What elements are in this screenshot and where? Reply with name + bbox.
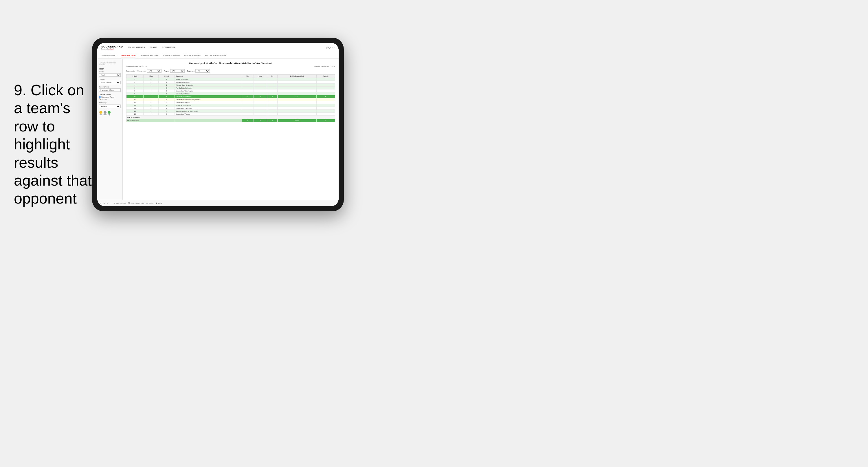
- cell-reg: -: [143, 113, 158, 116]
- cell-diff: [277, 78, 316, 81]
- toolbar-undo[interactable]: ↩: [99, 202, 101, 204]
- cell-win: [242, 84, 254, 87]
- sidebar-school-value[interactable]: 4 - University of Nort...: [99, 88, 121, 92]
- legend-down: Down: [99, 111, 102, 116]
- ncaa-division-row[interactable]: NCAA Division II 1 0 0 26.00 3: [126, 119, 335, 122]
- cell-opponent: University of Virginia: [175, 101, 242, 104]
- tab-player-h2h-grid[interactable]: PLAYER H2H GRID: [184, 53, 201, 58]
- cell-rounds: [316, 104, 335, 107]
- cell-rank: 11: [126, 95, 144, 98]
- cell-rank: 3: [126, 81, 144, 84]
- col-rounds: Rounds: [316, 75, 335, 78]
- cell-win: [242, 101, 254, 104]
- cell-reg: -: [143, 101, 158, 104]
- table-row[interactable]: 2 - 1 Auburn University: [126, 78, 335, 81]
- legend-level: Level: [104, 111, 107, 116]
- ncaa-label: NCAA Division II: [126, 119, 175, 122]
- cell-rounds: [316, 78, 335, 81]
- cell-diff: [277, 87, 316, 89]
- cell-win: [242, 81, 254, 84]
- cell-tie: [267, 110, 278, 113]
- table-row[interactable]: 11 - 5 University of Alabama 3 0 0 2.61 …: [126, 95, 335, 98]
- cell-rounds: [316, 87, 335, 89]
- cell-tie: [267, 89, 278, 92]
- cell-loss: [253, 78, 267, 81]
- col-rank: # Rank: [126, 75, 144, 78]
- cell-loss: [253, 92, 267, 95]
- nav-item-tournaments[interactable]: TOURNAMENTS: [128, 46, 145, 49]
- toolbar-watch[interactable]: 👓 Watch: [146, 202, 153, 204]
- h2h-table: # Rank # Reg # Conf Opponent Win Loss Ti…: [126, 75, 335, 122]
- grid-records: Overall Record: 89 - 17 - 0 Division Rec…: [126, 66, 335, 67]
- nav-item-teams[interactable]: TEAMS: [150, 46, 157, 49]
- radio-opponents-played[interactable]: Opponents Played: [99, 96, 121, 98]
- table-header-row: # Rank # Reg # Conf Opponent Win Loss Ti…: [126, 75, 335, 78]
- cell-conf: 5: [158, 95, 175, 98]
- sidebar-team-label: Team: [99, 68, 121, 70]
- cell-reg: -: [143, 92, 158, 95]
- table-row[interactable]: 9 - 3 University of Arizona: [126, 92, 335, 95]
- opponent-label: Opponent: [187, 70, 194, 72]
- sign-out-link[interactable]: | Sign out: [326, 46, 335, 48]
- cell-rank: 16: [126, 113, 144, 116]
- colour-by-select[interactable]: Win/loss: [99, 105, 121, 108]
- table-row[interactable]: 16 - 3 University of Florida: [126, 113, 335, 116]
- legend-level-dot: [104, 111, 106, 114]
- cell-loss: 0: [253, 95, 267, 98]
- table-row[interactable]: 11 - 6 University of Arkansas, Fayettevi…: [126, 98, 335, 101]
- toolbar-back[interactable]: ↺: [107, 202, 108, 204]
- radio-top100[interactable]: Top 100: [99, 98, 121, 100]
- opponent-select[interactable]: (All): [195, 69, 210, 73]
- table-row[interactable]: 4 - 1 Arizona State University: [126, 84, 335, 87]
- cell-rank: 15: [126, 110, 144, 113]
- col-reg: # Reg: [143, 75, 158, 78]
- cell-rounds: [316, 110, 335, 113]
- division-record: Division Record: 88 - 17 - 0: [314, 66, 335, 67]
- grid-content: University of North Carolina Head-to-Hea…: [123, 59, 339, 200]
- opponent-filter: Opponent (All): [187, 69, 210, 73]
- tab-team-h2h-heatmap[interactable]: TEAM H2H HEATMAP: [140, 53, 159, 58]
- table-row[interactable]: 13 - 1 Texas Tech University: [126, 104, 335, 107]
- table-row[interactable]: 8 - 2 University of Washington: [126, 89, 335, 92]
- toolbar-view-original[interactable]: 👁 View: Original: [114, 202, 126, 204]
- cell-diff: [277, 104, 316, 107]
- tab-team-summary[interactable]: TEAM SUMMARY: [101, 53, 117, 58]
- col-conf: # Conf: [158, 75, 175, 78]
- logo-scoreboard: SCOREBOARD: [101, 45, 123, 48]
- conference-label: Conference: [137, 70, 146, 72]
- ncaa-tie: 0: [267, 119, 278, 122]
- tab-player-summary[interactable]: PLAYER SUMMARY: [163, 53, 180, 58]
- table-row[interactable]: 15 - 4 Georgia Institute of Technology: [126, 110, 335, 113]
- colour-by-label: Colour by: [99, 102, 121, 104]
- cell-conf: 1: [158, 104, 175, 107]
- cell-opponent: Florida State University: [175, 87, 242, 89]
- tab-team-h2h-grid[interactable]: TEAM H2H GRID: [121, 53, 135, 58]
- tab-player-h2h-heatmap[interactable]: PLAYER H2H HEATMAP: [205, 53, 226, 58]
- cell-win: 3: [242, 95, 254, 98]
- nav-item-committee[interactable]: COMMITTEE: [162, 46, 176, 49]
- table-row[interactable]: 14 - 2 University of Oklahoma: [126, 107, 335, 110]
- conference-select[interactable]: (All): [147, 69, 161, 73]
- cell-rounds: [316, 113, 335, 116]
- toolbar-share[interactable]: ⬆ Share: [156, 202, 162, 204]
- table-row[interactable]: 3 - 2 Vanderbilt University: [126, 81, 335, 84]
- last-updated: Last Updated: 27/03/2024 16:55:38: [99, 62, 121, 65]
- toolbar-save-custom[interactable]: 💾 Save Custom View: [128, 202, 144, 204]
- table-body: 2 - 1 Auburn University 3 - 2 Vanderbilt…: [126, 78, 335, 122]
- sidebar-gender-select[interactable]: Men's: [99, 73, 121, 77]
- cell-win: [242, 98, 254, 101]
- table-row[interactable]: 6 - 2 Florida State University: [126, 87, 335, 89]
- table-row[interactable]: 12 - 3 University of Virginia: [126, 101, 335, 104]
- cell-rounds: [316, 107, 335, 110]
- region-label: Region: [164, 70, 169, 72]
- grid-title: University of North Carolina Head-to-Hea…: [126, 62, 335, 65]
- tablet-screen: SCOREBOARD Powered by clippd TOURNAMENTS…: [97, 43, 339, 206]
- sidebar-division-select[interactable]: NCAA Division I: [99, 81, 121, 84]
- ncaa-win: 1: [242, 119, 254, 122]
- cell-diff: [277, 113, 316, 116]
- region-select[interactable]: (All): [170, 69, 185, 73]
- cell-tie: [267, 92, 278, 95]
- toolbar-redo[interactable]: ↪: [103, 202, 105, 204]
- cell-loss: [253, 98, 267, 101]
- cell-opponent: Georgia Institute of Technology: [175, 110, 242, 113]
